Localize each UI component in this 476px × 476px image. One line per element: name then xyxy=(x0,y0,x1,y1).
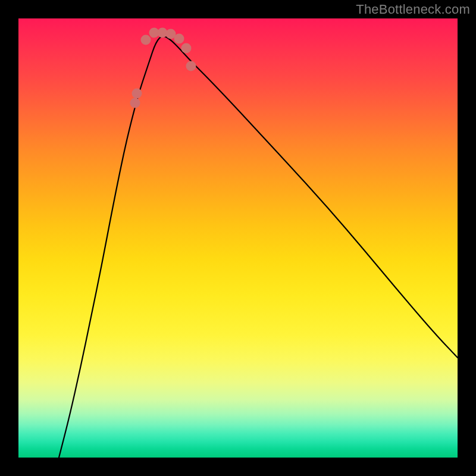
data-point-dot xyxy=(186,61,196,71)
data-point-dot xyxy=(130,98,140,108)
curve-layer xyxy=(18,18,458,458)
data-point-dot xyxy=(181,43,192,54)
bottleneck-curve xyxy=(59,36,458,458)
data-point-dot xyxy=(132,89,142,99)
chart-frame: TheBottleneck.com xyxy=(0,0,476,476)
dots-cluster xyxy=(130,28,196,108)
watermark-text: TheBottleneck.com xyxy=(356,2,470,17)
data-point-dot xyxy=(174,34,184,44)
data-point-dot xyxy=(141,35,151,45)
plot-area xyxy=(18,18,458,458)
